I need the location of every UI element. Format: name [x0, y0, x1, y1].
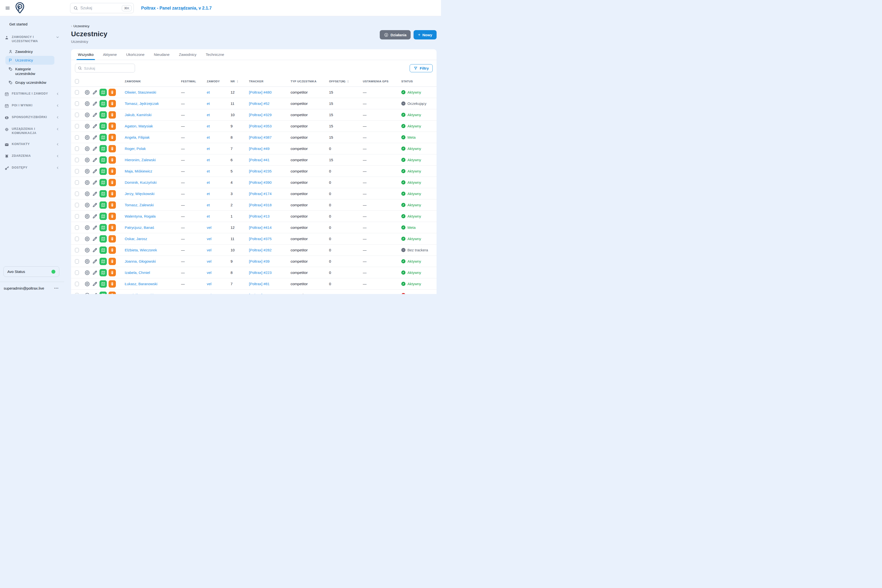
view-button[interactable] [84, 180, 90, 186]
row-checkbox[interactable] [75, 282, 79, 286]
tab-nieudane[interactable]: Nieudane [154, 49, 170, 60]
view-button[interactable] [84, 101, 90, 106]
tracker-link[interactable]: [Poltrax] #282 [249, 248, 272, 252]
zawody-link[interactable]: vel [207, 293, 212, 294]
edit-button[interactable] [92, 292, 98, 294]
user-menu-button[interactable]: ••• [54, 286, 59, 290]
participant-link[interactable]: Tomasz, Jędrzejczak [125, 101, 159, 106]
row-checkbox[interactable] [75, 147, 79, 151]
view-button[interactable] [84, 281, 90, 287]
view-button[interactable] [84, 89, 90, 95]
map-button[interactable] [99, 201, 107, 209]
map-button[interactable] [99, 179, 107, 186]
view-button[interactable] [84, 225, 90, 231]
zawody-link[interactable]: et [207, 101, 210, 106]
avo-status-box[interactable]: Avo Status [3, 266, 59, 277]
tracker-link[interactable]: [Poltrax] #235 [249, 169, 272, 173]
participant-link[interactable]: Roger, Polak [125, 147, 146, 151]
map-button[interactable] [99, 291, 107, 294]
participant-link[interactable]: Jerzy, Więckowski [125, 192, 154, 196]
tracker-button[interactable] [108, 89, 116, 96]
zawody-link[interactable]: et [207, 135, 210, 140]
sidebar-item-uczestnicy[interactable]: Uczestnicy [5, 56, 54, 64]
tracker-button[interactable] [108, 235, 116, 243]
edit-button[interactable] [92, 213, 98, 219]
tracker-button[interactable] [108, 280, 116, 288]
participant-link[interactable]: Patrycjusz, Banaś [125, 225, 154, 230]
actions-button[interactable]: Działania [380, 30, 411, 39]
view-button[interactable] [84, 213, 90, 219]
row-checkbox[interactable] [75, 259, 79, 264]
tracker-button[interactable] [108, 258, 116, 265]
tracker-button[interactable] [108, 123, 116, 130]
view-button[interactable] [84, 157, 90, 163]
zawody-link[interactable]: et [207, 192, 210, 196]
row-checkbox[interactable] [75, 90, 79, 94]
view-button[interactable] [84, 112, 90, 118]
sidebar-item-grupy-uczestnik-w[interactable]: Grupy uczestników [5, 78, 54, 87]
participant-link[interactable]: Elżbieta, Wieczorek [125, 248, 157, 252]
map-button[interactable] [99, 269, 107, 276]
sidebar-item-zawodnicy[interactable]: Zawodnicy [5, 47, 54, 56]
tracker-link[interactable]: [Poltrax] #375 [249, 237, 272, 241]
participant-link[interactable]: Walentyna, Rogala [125, 214, 156, 218]
tracker-link[interactable]: [Poltrax] #329 [249, 113, 272, 117]
participant-link[interactable]: Oliwier, Staszewski [125, 90, 156, 94]
breadcrumb-item[interactable]: Uczestnicy [74, 24, 89, 28]
sidebar-section-dost-py[interactable]: DOSTĘPY [3, 162, 60, 174]
map-button[interactable] [99, 280, 107, 288]
view-button[interactable] [84, 236, 90, 242]
sidebar-section-festiwale-i-zawody[interactable]: FESTIWALE I ZAWODY [3, 88, 60, 100]
sort-icon[interactable] [236, 80, 239, 83]
zawody-link[interactable]: vel [207, 225, 212, 230]
zawody-link[interactable]: et [207, 124, 210, 128]
edit-button[interactable] [92, 168, 98, 174]
sidebar-section-kontakty[interactable]: KONTAKTY [3, 139, 60, 150]
edit-button[interactable] [92, 258, 98, 264]
zawody-link[interactable]: et [207, 203, 210, 207]
tracker-button[interactable] [108, 156, 116, 164]
row-checkbox[interactable] [75, 225, 79, 230]
sidebar-section-poi-i-wyniki[interactable]: POI I WYNIKI [3, 100, 60, 112]
map-button[interactable] [99, 190, 107, 198]
zawody-link[interactable]: vel [207, 270, 212, 274]
tracker-link[interactable]: [Poltrax] #49 [249, 147, 270, 151]
tracker-button[interactable] [108, 291, 116, 294]
map-button[interactable] [99, 168, 107, 175]
edit-button[interactable] [92, 202, 98, 208]
view-button[interactable] [84, 270, 90, 276]
view-button[interactable] [84, 168, 90, 174]
tracker-link[interactable]: [Poltrax] #39 [249, 259, 270, 263]
tracker-button[interactable] [108, 190, 116, 198]
zawody-link[interactable]: et [207, 158, 210, 162]
select-all-checkbox[interactable] [75, 79, 79, 84]
view-button[interactable] [84, 258, 90, 264]
participant-link[interactable]: Łukasz, Baranowski [125, 282, 157, 286]
participant-link[interactable]: Jakub, Kamiński [125, 113, 152, 117]
map-button[interactable] [99, 213, 107, 220]
map-button[interactable] [99, 89, 107, 96]
tracker-link[interactable]: [Poltrax] #390 [249, 180, 272, 184]
edit-button[interactable] [92, 112, 98, 118]
map-button[interactable] [99, 145, 107, 152]
edit-button[interactable] [92, 146, 98, 152]
participant-link[interactable]: Oskar, Jarosz [125, 237, 147, 241]
tab-zawodnicy[interactable]: Zawodnicy [179, 49, 196, 60]
hamburger-menu-icon[interactable] [5, 5, 10, 11]
participant-link[interactable]: Maja, Miśkiewicz [125, 169, 152, 173]
tracker-button[interactable] [108, 201, 116, 209]
row-checkbox[interactable] [75, 192, 79, 196]
edit-button[interactable] [92, 247, 98, 253]
map-button[interactable] [99, 111, 107, 118]
sidebar-item-get-started[interactable]: Get started [9, 22, 60, 26]
row-checkbox[interactable] [75, 135, 79, 140]
tracker-link[interactable]: [Poltrax] #41 [249, 158, 270, 162]
edit-button[interactable] [92, 135, 98, 140]
zawody-link[interactable]: vel [207, 248, 212, 252]
filters-button[interactable]: Filtry [410, 64, 433, 72]
tracker-button[interactable] [108, 134, 116, 141]
zawody-link[interactable]: et [207, 147, 210, 151]
sort-icon[interactable] [346, 80, 350, 83]
map-button[interactable] [99, 134, 107, 141]
participant-link[interactable]: Hieronim, Zalewski [125, 158, 156, 162]
